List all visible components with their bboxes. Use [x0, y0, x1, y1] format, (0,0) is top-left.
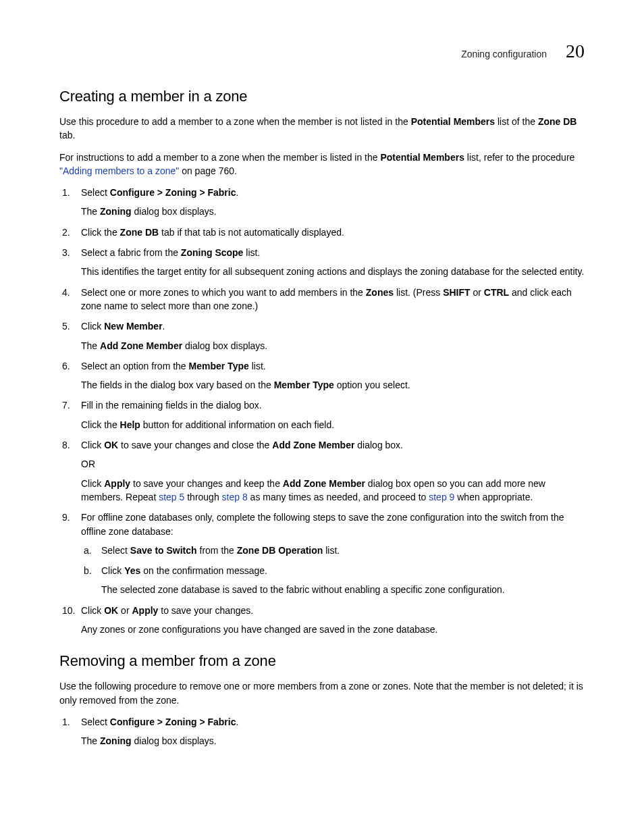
step-7-note: Click the Help button for additional inf… [81, 418, 585, 432]
text-bold: Zone DB [538, 116, 577, 127]
text: list. (Press [394, 287, 443, 298]
step-8-or: OR [81, 457, 585, 471]
step-2: Click the Zone DB tab if that tab is not… [59, 226, 585, 239]
text: to save your changes and keep the [130, 478, 283, 489]
step-4: Select one or more zones to which you wa… [59, 286, 585, 313]
text: or [118, 605, 132, 616]
text: Fill in the remaining fields in the dial… [81, 400, 262, 411]
text-bold: Apply [132, 605, 158, 616]
text-bold: Zone DB Operation [237, 545, 323, 556]
text: Click [81, 605, 104, 616]
text: list. [249, 361, 266, 371]
steps-removing: Select Configure > Zoning > Fabric. The … [59, 715, 585, 748]
page: Zoning configuration 20 Creating a membe… [0, 0, 644, 834]
text: to save your changes. [158, 605, 253, 616]
link-step-9[interactable]: step 9 [429, 492, 454, 502]
text: as many times as needed, and proceed to [248, 492, 429, 502]
steps-creating: Select Configure > Zoning > Fabric. The … [59, 186, 585, 636]
text-bold: Member Type [274, 380, 334, 390]
heading-removing: Removing a member from a zone [59, 652, 585, 670]
text: on the confirmation message. [140, 565, 267, 576]
step-3-note: This identifies the target entity for al… [81, 265, 585, 278]
header-chapter-number: 20 [566, 41, 585, 62]
text-bold: New Member [104, 321, 162, 332]
text: Select a fabric from the [81, 247, 181, 258]
text: Click [101, 565, 124, 576]
text: . [236, 187, 239, 198]
text: The [81, 735, 100, 746]
text-bold: Configure > Zoning > Fabric [110, 716, 236, 727]
text: The [81, 206, 100, 217]
text: The [81, 340, 100, 351]
text: Click the [81, 227, 120, 238]
text: . [236, 716, 239, 727]
text-bold: CTRL [484, 287, 509, 298]
step-7: Fill in the remaining fields in the dial… [59, 398, 585, 432]
text: list. [323, 545, 340, 556]
step-9: For offline zone databases only, complet… [59, 511, 585, 596]
text: list of the [495, 116, 538, 127]
link-adding-members[interactable]: "Adding members to a zone" [59, 165, 179, 176]
text-bold: Configure > Zoning > Fabric [110, 187, 236, 198]
text-bold: Potential Members [411, 116, 495, 127]
text: dialog box displays. [132, 735, 217, 746]
text: Click the [81, 419, 120, 430]
step-3: Select a fabric from the Zoning Scope li… [59, 246, 585, 279]
text-bold: Help [120, 419, 140, 430]
text: Select one or more zones to which you wa… [81, 287, 366, 298]
step-8-alt: Click Apply to save your changes and kee… [81, 477, 585, 504]
text-bold: Add Zone Member [283, 478, 365, 489]
text-bold: Zone DB [120, 227, 159, 238]
text: Use this procedure to add a member to a … [59, 116, 411, 127]
intro-paragraph-2: For instructions to add a member to a zo… [59, 151, 585, 178]
text: button for additional information on eac… [140, 419, 334, 430]
text: Select [81, 716, 110, 727]
text: dialog box displays. [132, 206, 217, 217]
text-bold: Add Zone Member [100, 340, 182, 351]
text-bold: Zoning Scope [181, 247, 244, 258]
text: For instructions to add a member to a zo… [59, 152, 380, 163]
text: through [184, 492, 221, 502]
step-9-substeps: Select Save to Switch from the Zone DB O… [81, 544, 585, 597]
text: Select [101, 545, 130, 556]
text-bold: Save to Switch [130, 545, 197, 556]
text: Click [81, 440, 104, 450]
text-bold: OK [104, 440, 118, 450]
header-section-label: Zoning configuration [461, 49, 547, 59]
removing-step-1: Select Configure > Zoning > Fabric. The … [59, 715, 585, 748]
intro-paragraph-1: Use this procedure to add a member to a … [59, 115, 585, 142]
text: or [471, 287, 484, 298]
text-bold: Yes [124, 565, 140, 576]
step-1: Select Configure > Zoning > Fabric. The … [59, 186, 585, 219]
text-bold: Apply [104, 478, 130, 489]
text-bold: Potential Members [380, 152, 464, 163]
text-bold: Zoning [100, 206, 132, 217]
step-6-note: The fields in the dialog box vary based … [81, 378, 585, 392]
text: to save your changes and close the [118, 440, 272, 450]
text-bold: Zones [366, 287, 394, 298]
step-10-result: Any zones or zone configurations you hav… [81, 623, 585, 636]
step-5-result: The Add Zone Member dialog box displays. [81, 339, 585, 353]
text: list, refer to the procedure [464, 152, 574, 163]
step-6: Select an option from the Member Type li… [59, 359, 585, 392]
running-header: Zoning configuration 20 [59, 41, 585, 62]
step-8: Click OK to save your changes and close … [59, 438, 585, 504]
text: Click [81, 478, 104, 489]
text: tab if that tab is not automatically dis… [159, 227, 344, 238]
text-bold: Add Zone Member [272, 440, 354, 450]
step-9b-result: The selected zone database is saved to t… [101, 583, 585, 596]
text: option you select. [334, 380, 410, 390]
text: list. [243, 247, 260, 258]
step-1-result: The Zoning dialog box displays. [81, 205, 585, 218]
text: dialog box displays. [182, 340, 267, 351]
text: Click [81, 321, 104, 332]
text: The fields in the dialog box vary based … [81, 380, 274, 390]
link-step-8[interactable]: step 8 [222, 492, 248, 502]
text: Select [81, 187, 110, 198]
text: dialog box. [354, 440, 403, 450]
text-bold: OK [104, 605, 118, 616]
text-bold: SHIFT [443, 287, 470, 298]
link-step-5[interactable]: step 5 [159, 492, 184, 502]
text: Select an option from the [81, 361, 189, 371]
step-5: Click New Member. The Add Zone Member di… [59, 319, 585, 353]
